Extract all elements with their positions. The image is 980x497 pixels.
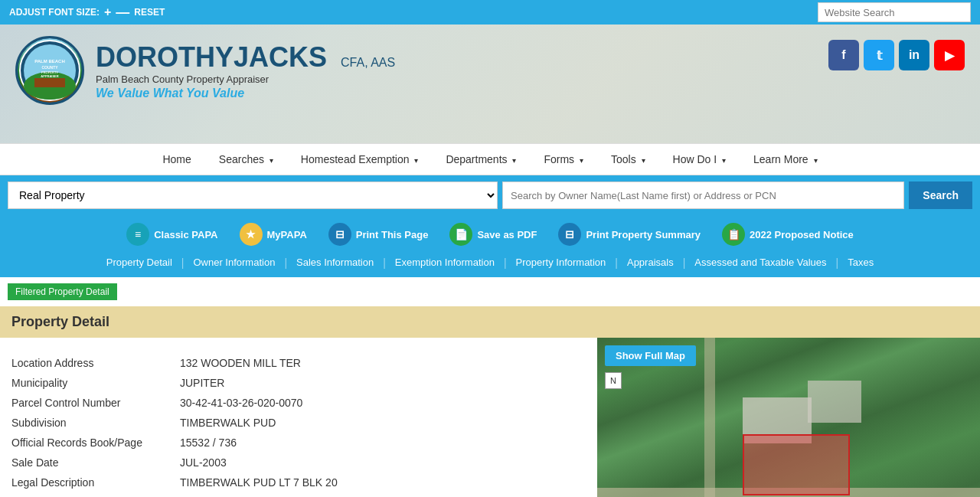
nav-item-learnmore: Learn More ▾: [740, 144, 831, 175]
search-input[interactable]: [502, 181, 904, 209]
font-size-label: ADJUST FONT SIZE:: [9, 7, 100, 18]
howdoi-dropdown-arrow: ▾: [722, 156, 726, 165]
credentials: CFA, AAS: [341, 56, 395, 69]
pdf-icon: 📄: [449, 223, 472, 246]
print-icon: ⊟: [328, 223, 351, 246]
print-page-button[interactable]: ⊟ Print This Page: [318, 220, 439, 249]
nav-item-forms: Forms ▾: [530, 144, 597, 175]
departments-dropdown-arrow: ▾: [512, 156, 516, 165]
font-decrease-button[interactable]: —: [116, 5, 129, 21]
tab-exemption-information[interactable]: Exemption Information: [386, 253, 504, 271]
detail-value-6: TIMBERWALK PUD LT 7 BLK 20: [180, 476, 338, 489]
detail-label-1: Municipality: [11, 377, 180, 389]
mypapa-button[interactable]: ★ MyPAPA: [229, 220, 318, 249]
nav-link-searches[interactable]: Searches ▾: [205, 144, 287, 175]
top-bar: ADJUST FONT SIZE: + — RESET: [0, 0, 980, 25]
search-bar: Real Property Search: [0, 175, 980, 215]
detail-row: Official Records Book/Page 15532 / 736: [11, 433, 586, 453]
detail-row: Location Address 132 WOODEN MILL TER: [11, 353, 586, 373]
nav-link-homestead[interactable]: Homestead Exemption ▾: [287, 144, 433, 175]
detail-row: Subdivision TIMBERWALK PUD: [11, 413, 586, 433]
map-area: Show Full Map N Nearby Sales Search: [597, 338, 980, 497]
filtered-badge: Filtered Property Detail: [8, 283, 117, 300]
mypapa-icon: ★: [240, 223, 263, 246]
detail-row: Legal Description TIMBERWALK PUD LT 7 BL…: [11, 472, 586, 492]
detail-row: Sale Date JUL-2003: [11, 453, 586, 472]
nav-link-howdoi[interactable]: How Do I ▾: [659, 144, 740, 175]
tabs-bar: Property Detail | Owner Information | Sa…: [0, 253, 980, 277]
nav-item-home: Home: [149, 144, 204, 175]
tab-sales-information[interactable]: Sales Information: [287, 253, 383, 271]
print-summary-icon: ⊟: [558, 223, 581, 246]
svg-rect-3: [34, 78, 65, 87]
forms-dropdown-arrow: ▾: [580, 156, 583, 165]
nav-link-home[interactable]: Home: [149, 144, 204, 175]
detail-label-3: Subdivision: [11, 417, 180, 429]
nav-bar: Home Searches ▾ Homestead Exemption ▾ De…: [0, 143, 980, 175]
nav-item-tools: Tools ▾: [597, 144, 659, 175]
nav-link-departments[interactable]: Departments ▾: [432, 144, 530, 175]
detail-row: Parcel Control Number 30-42-41-03-26-020…: [11, 393, 586, 413]
logo-circle: PALM BEACH COUNTY PROPERTY APPRAISER: [15, 36, 84, 105]
detail-value-3: TIMBERWALK PUD: [180, 417, 276, 429]
map-compass: N: [605, 372, 622, 389]
nav-link-tools[interactable]: Tools ▾: [597, 144, 659, 175]
classic-papa-button[interactable]: ≡ Classic PAPA: [116, 220, 228, 249]
property-detail-header: Property Detail: [0, 306, 980, 338]
font-reset-button[interactable]: RESET: [134, 7, 165, 18]
website-search-input[interactable]: [818, 2, 971, 22]
detail-label-2: Parcel Control Number: [11, 397, 180, 409]
appraiser-tagline: We Value What You Value: [96, 87, 395, 100]
header-text: DOROTHYJACKS CFA, AAS Palm Beach County …: [96, 41, 395, 100]
tab-property-detail[interactable]: Property Detail: [97, 253, 181, 271]
show-full-map-button[interactable]: Show Full Map: [605, 345, 696, 366]
detail-value-0: 132 WOODEN MILL TER: [180, 357, 301, 369]
header-content: PALM BEACH COUNTY PROPERTY APPRAISER DOR…: [0, 25, 980, 116]
header-banner: PALM BEACH COUNTY PROPERTY APPRAISER DOR…: [0, 25, 980, 143]
tab-property-information[interactable]: Property Information: [507, 253, 616, 271]
learnmore-dropdown-arrow: ▾: [814, 156, 818, 165]
svg-text:PALM BEACH: PALM BEACH: [34, 59, 65, 64]
detail-label-0: Location Address: [11, 357, 180, 369]
font-increase-button[interactable]: +: [104, 6, 111, 18]
nav-link-learnmore[interactable]: Learn More ▾: [740, 144, 831, 175]
tab-taxes[interactable]: Taxes: [838, 253, 883, 271]
appraiser-name: DOROTHYJACKS CFA, AAS: [96, 41, 395, 74]
map-road-vertical: [704, 338, 715, 497]
action-buttons-bar: ≡ Classic PAPA ★ MyPAPA ⊟ Print This Pag…: [0, 215, 980, 253]
font-size-controls: ADJUST FONT SIZE: + — RESET: [9, 5, 165, 21]
print-summary-button[interactable]: ⊟ Print Property Summary: [547, 220, 711, 249]
print-summary-label: Print Property Summary: [586, 229, 701, 240]
detail-table: Location Address 132 WOODEN MILL TERMuni…: [0, 338, 597, 497]
svg-text:COUNTY: COUNTY: [41, 65, 58, 70]
detail-value-2: 30-42-41-03-26-020-0070: [180, 397, 302, 409]
classic-papa-label: Classic PAPA: [154, 229, 217, 240]
nav-link-forms[interactable]: Forms ▾: [530, 144, 597, 175]
first-name: DOROTHY: [96, 41, 234, 73]
proposed-notice-button[interactable]: 📋 2022 Proposed Notice: [711, 220, 864, 249]
detail-value-1: JUPITER: [180, 377, 224, 389]
svg-text:APPRAISER: APPRAISER: [41, 74, 58, 78]
appraiser-title: Palm Beach County Property Appraiser: [96, 74, 395, 85]
tab-owner-information[interactable]: Owner Information: [184, 253, 284, 271]
tab-assessed-taxable[interactable]: Assessed and Taxable Values: [685, 253, 835, 271]
tools-dropdown-arrow: ▾: [642, 156, 645, 165]
detail-label-5: Sale Date: [11, 456, 180, 469]
nav-item-departments: Departments ▾: [432, 144, 530, 175]
classic-papa-icon: ≡: [126, 223, 149, 246]
save-pdf-button[interactable]: 📄 Save as PDF: [439, 220, 547, 249]
detail-row: Municipality JUPITER: [11, 373, 586, 393]
nav-item-searches: Searches ▾: [205, 144, 287, 175]
logo-image: PALM BEACH COUNTY PROPERTY APPRAISER: [18, 38, 82, 103]
tab-appraisals[interactable]: Appraisals: [618, 253, 683, 271]
property-type-select[interactable]: Real Property: [8, 181, 498, 209]
last-name: JACKS: [234, 41, 327, 73]
searches-dropdown-arrow: ▾: [270, 156, 273, 165]
notice-icon: 📋: [722, 223, 745, 246]
search-button[interactable]: Search: [909, 181, 972, 209]
detail-label-4: Official Records Book/Page: [11, 437, 180, 449]
detail-label-6: Legal Description: [11, 476, 180, 489]
save-pdf-label: Save as PDF: [477, 229, 537, 240]
nav-item-homestead: Homestead Exemption ▾: [287, 144, 433, 175]
detail-value-4: 15532 / 736: [180, 437, 237, 449]
